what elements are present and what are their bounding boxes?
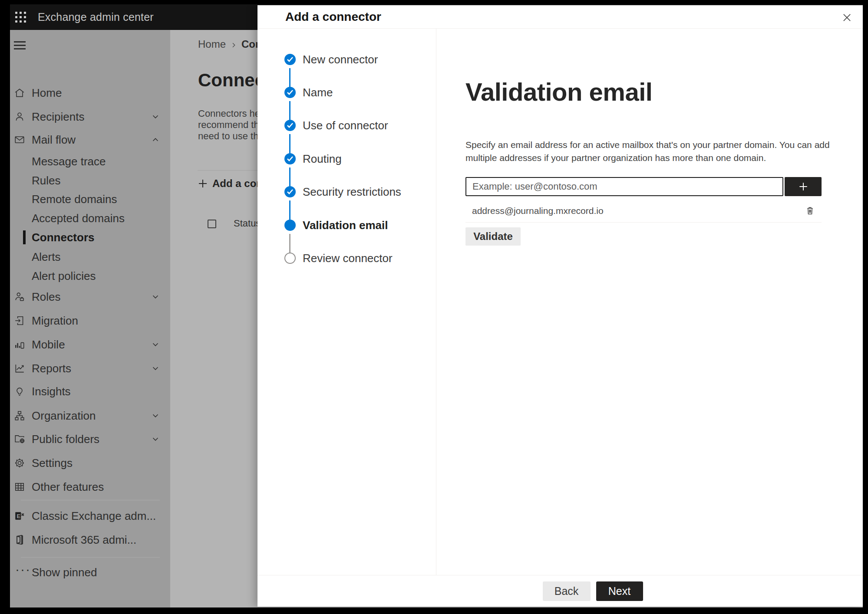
back-button[interactable]: Back [543, 581, 591, 601]
step-completed-icon [284, 54, 296, 65]
app-title: Exchange admin center [38, 11, 154, 23]
step-review-connector: Review connector [257, 253, 436, 266]
address-value: address@journaling.mxrecord.io [472, 206, 604, 216]
nav-divider [21, 500, 160, 500]
step-use-of-connector: Use of connector [257, 120, 436, 134]
step-name: Name [257, 87, 436, 101]
sidebar-item-mail-flow[interactable]: Mail flow [10, 132, 170, 148]
chevron-down-icon [151, 434, 160, 444]
sidebar-item-public-folders[interactable]: Public folders [10, 431, 170, 447]
validate-button[interactable]: Validate [465, 227, 521, 246]
sidebar-item-classic-exchange[interactable]: E Classic Exchange adm... [10, 508, 170, 524]
step-new-connector: New connector [257, 54, 436, 68]
add-connector-panel: Add a connector New connector Name [257, 5, 863, 607]
step-current-icon [284, 220, 296, 231]
app-stage: Home Conne Connec Connectors help recomm… [10, 4, 863, 607]
sidebar-item-rules[interactable]: Rules [10, 173, 170, 188]
chevron-down-icon [151, 411, 160, 420]
step-connector-line [289, 234, 290, 254]
person-briefcase-icon [14, 291, 25, 302]
chevron-down-icon [151, 340, 160, 349]
status-column-header[interactable]: Status [234, 218, 261, 229]
step-routing: Routing [257, 153, 436, 167]
svg-text:E: E [17, 513, 21, 519]
sidebar-item-reports[interactable]: Reports [10, 361, 170, 376]
trash-icon [805, 206, 815, 216]
step-connector-line [289, 200, 290, 221]
panel-footer: Back Next [257, 575, 863, 607]
sidebar-item-remote-domains[interactable]: Remote domains [10, 191, 170, 207]
table-icon [14, 481, 25, 493]
step-completed-icon [284, 120, 296, 131]
delete-address-button[interactable] [803, 205, 816, 218]
step-connector-line [289, 101, 290, 121]
panel-header: Add a connector [257, 5, 863, 29]
chevron-down-icon [151, 292, 160, 302]
step-upcoming-icon [284, 253, 296, 264]
wizard-steps: New connector Name Use of connector Rout… [257, 29, 436, 575]
migration-icon [14, 315, 25, 326]
sidebar-item-mobile[interactable]: Mobile [10, 337, 170, 352]
line-chart-icon [14, 363, 25, 374]
nav-divider [21, 557, 160, 558]
step-connector-line [289, 68, 290, 88]
panel-body: New connector Name Use of connector Rout… [257, 29, 863, 575]
chevron-up-icon [151, 135, 160, 144]
panel-title: Add a connector [285, 10, 381, 24]
microsoft-365-icon [14, 534, 25, 545]
step-completed-icon [284, 186, 296, 197]
person-icon [14, 111, 25, 122]
chevron-down-icon [151, 364, 160, 373]
validation-email-input[interactable] [465, 177, 783, 196]
step-connector-line [289, 134, 290, 154]
sidebar-item-settings[interactable]: Settings [10, 455, 170, 471]
sidebar-item-message-trace[interactable]: Message trace [10, 154, 170, 169]
step-security-restrictions: Security restrictions [257, 186, 436, 200]
email-entry-row [465, 177, 822, 196]
sidebar-item-microsoft-365[interactable]: Microsoft 365 admi... [10, 532, 170, 548]
add-address-button[interactable] [785, 177, 822, 196]
org-chart-icon [14, 410, 25, 421]
sidebar-item-other-features[interactable]: Other features [10, 479, 170, 495]
selected-indicator [23, 230, 26, 244]
step-validation-email: Validation email [257, 220, 436, 233]
app-launcher-icon[interactable] [15, 12, 26, 23]
sidebar-item-connectors[interactable]: Connectors [10, 230, 170, 245]
folder-globe-icon [14, 433, 25, 445]
sidebar-item-roles[interactable]: Roles [10, 289, 170, 305]
step-heading: Validation email [465, 77, 652, 106]
sidebar-item-alerts[interactable]: Alerts [10, 249, 170, 265]
sidebar-item-insights[interactable]: Insights [10, 384, 170, 399]
page-title: Connec [198, 70, 265, 91]
chevron-down-icon [151, 112, 160, 121]
sidebar-item-alert-policies[interactable]: Alert policies [10, 268, 170, 284]
plus-icon [198, 178, 208, 189]
close-icon [842, 13, 852, 23]
hamburger-menu-icon[interactable] [14, 39, 31, 53]
sidebar-item-migration[interactable]: Migration [10, 313, 170, 328]
step-content: Validation email Specify an email addres… [436, 29, 863, 575]
select-all-checkbox[interactable] [208, 220, 216, 228]
sidebar-item-organization[interactable]: Organization [10, 408, 170, 424]
step-description: Specify an email address for an active m… [465, 138, 848, 164]
step-completed-icon [284, 87, 296, 98]
ellipsis-icon: ··· [15, 562, 31, 577]
lightbulb-icon [14, 386, 25, 397]
chevron-right-icon [230, 42, 237, 49]
plus-icon [798, 181, 809, 192]
address-divider [465, 222, 822, 223]
sidebar-item-accepted-domains[interactable]: Accepted domains [10, 210, 170, 226]
mail-icon [14, 134, 25, 145]
step-completed-icon [284, 153, 296, 164]
breadcrumb-home-link[interactable]: Home [198, 38, 226, 50]
sidebar-item-home[interactable]: Home [10, 85, 170, 101]
address-list-item: address@journaling.mxrecord.io [465, 202, 822, 220]
sidebar-item-show-pinned[interactable]: ··· Show pinned [10, 565, 170, 580]
close-button[interactable] [838, 9, 855, 26]
gear-icon [14, 457, 25, 469]
classic-exchange-icon: E [14, 510, 25, 522]
step-connector-line [289, 167, 290, 187]
sidebar-item-recipients[interactable]: Recipients [10, 109, 170, 125]
next-button[interactable]: Next [596, 581, 643, 601]
left-nav: Home Recipients Mail flow Message trace … [10, 30, 170, 607]
